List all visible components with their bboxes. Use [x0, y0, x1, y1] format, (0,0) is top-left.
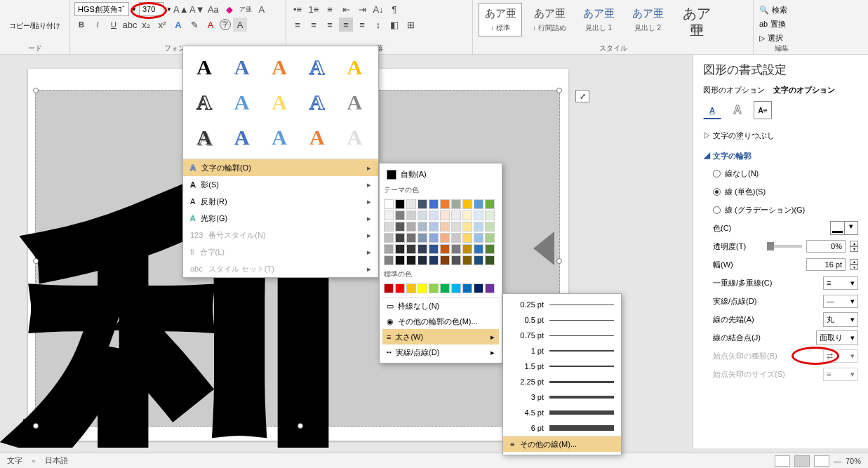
color-swatch[interactable]: [440, 233, 450, 243]
view-print-layout[interactable]: [794, 455, 810, 467]
distributed-icon[interactable]: ≡: [355, 18, 369, 32]
join-select[interactable]: 面取り▾: [816, 330, 858, 345]
font-name-combo[interactable]: [74, 2, 129, 16]
color-swatch[interactable]: [384, 244, 394, 254]
color-swatch[interactable]: [406, 255, 416, 265]
color-swatch[interactable]: [429, 255, 439, 265]
effect-preset[interactable]: A: [302, 122, 333, 153]
char-shading-icon[interactable]: A: [233, 18, 247, 32]
show-marks-icon[interactable]: ¶: [387, 2, 401, 16]
no-outline-item[interactable]: ▭枠線なし(N): [382, 298, 499, 314]
effect-preset[interactable]: A: [227, 122, 258, 153]
view-web-layout[interactable]: [814, 455, 829, 467]
color-swatch[interactable]: [406, 244, 416, 254]
color-swatch[interactable]: [418, 255, 427, 265]
find-button[interactable]: 🔍検索: [759, 3, 804, 17]
reflection-item[interactable]: A反射(R)▸: [183, 193, 378, 210]
color-swatch[interactable]: [395, 210, 405, 220]
style-nospacing[interactable]: あア亜↓ 行間詰め: [528, 3, 571, 36]
outline-color-button[interactable]: ▾: [830, 221, 858, 235]
color-swatch[interactable]: [462, 210, 472, 220]
weight-option[interactable]: 1 pt: [503, 343, 621, 359]
weight-option[interactable]: 0.5 pt: [503, 312, 621, 328]
gradient-line-radio[interactable]: 線 (グラデーション)(G): [703, 201, 858, 219]
effect-preset[interactable]: A: [302, 87, 333, 118]
style-normal[interactable]: あア亜↓ 標準: [479, 3, 522, 36]
auto-color-item[interactable]: 自動(A): [382, 166, 499, 182]
color-swatch[interactable]: [429, 222, 439, 232]
font-size-combo[interactable]: [139, 2, 164, 16]
text-outline-item[interactable]: A文字の輪郭(O)▸: [183, 159, 378, 176]
style-heading2[interactable]: あア亜見出し 2: [626, 3, 669, 36]
color-swatch[interactable]: [474, 210, 483, 220]
color-swatch[interactable]: [474, 222, 483, 232]
color-swatch[interactable]: [395, 233, 405, 243]
color-swatch[interactable]: [451, 233, 461, 243]
effect-preset[interactable]: A: [339, 122, 370, 153]
align-left-icon[interactable]: ≡: [291, 18, 305, 32]
color-swatch[interactable]: [485, 255, 495, 265]
clear-format-icon[interactable]: ◆: [222, 2, 236, 16]
strike-icon[interactable]: abc: [123, 18, 137, 32]
subscript-icon[interactable]: x₂: [139, 18, 153, 32]
justify-icon[interactable]: ≡: [339, 18, 353, 32]
style-title[interactable]: あア亜表題: [675, 3, 719, 36]
text-effects-tab-icon[interactable]: A: [728, 101, 747, 119]
weight-option[interactable]: 2.25 pt: [503, 374, 621, 389]
more-colors-item[interactable]: ◉その他の輪郭の色(M)...: [382, 314, 499, 329]
transparency-slider[interactable]: [767, 245, 802, 248]
style-heading1[interactable]: あア亜見出し 1: [577, 3, 620, 36]
shape-options-tab[interactable]: 図形のオプション: [703, 85, 765, 95]
color-swatch[interactable]: [440, 210, 450, 220]
color-swatch[interactable]: [440, 244, 450, 254]
width-input[interactable]: [806, 258, 846, 271]
sort-icon[interactable]: A↓: [371, 2, 385, 16]
color-swatch[interactable]: [485, 233, 495, 243]
effect-preset[interactable]: A: [302, 52, 333, 83]
color-swatch[interactable]: [429, 244, 439, 254]
color-swatch[interactable]: [440, 255, 450, 265]
text-options-tab[interactable]: 文字のオプション: [773, 85, 835, 95]
transparency-input[interactable]: [806, 240, 846, 253]
color-swatch[interactable]: [451, 283, 461, 293]
color-swatch[interactable]: [451, 244, 461, 254]
superscript-icon[interactable]: x²: [155, 18, 169, 32]
dash-item[interactable]: ┅実線/点線(D)▸: [382, 345, 499, 360]
effect-preset[interactable]: A: [189, 52, 220, 83]
view-read-mode[interactable]: [775, 455, 790, 467]
underline-icon[interactable]: U: [107, 18, 121, 32]
weight-option[interactable]: 0.75 pt: [503, 328, 621, 343]
color-swatch[interactable]: [395, 222, 405, 232]
color-swatch[interactable]: [384, 210, 394, 220]
weight-option[interactable]: 3 pt: [503, 389, 621, 405]
color-swatch[interactable]: [462, 283, 472, 293]
color-swatch[interactable]: [418, 283, 427, 293]
italic-icon[interactable]: I: [91, 18, 105, 32]
compound-select[interactable]: ≡▾: [823, 276, 858, 290]
color-swatch[interactable]: [406, 233, 416, 243]
color-swatch[interactable]: [474, 255, 483, 265]
effect-preset[interactable]: A: [227, 87, 258, 118]
weight-option[interactable]: 6 pt: [503, 420, 621, 436]
phonetic-icon[interactable]: ア亜: [239, 2, 253, 16]
color-swatch[interactable]: [384, 233, 394, 243]
font-color-icon[interactable]: A: [203, 18, 218, 32]
textbox-tab-icon[interactable]: A≡: [754, 101, 772, 119]
color-swatch[interactable]: [406, 222, 416, 232]
color-swatch[interactable]: [485, 222, 495, 232]
cap-select[interactable]: 丸▾: [823, 312, 858, 327]
weight-option[interactable]: 0.25 pt: [503, 297, 621, 312]
color-swatch[interactable]: [474, 199, 483, 209]
shading-icon[interactable]: ◧: [387, 18, 401, 32]
borders-icon[interactable]: ⊞: [403, 18, 418, 32]
bold-icon[interactable]: B: [74, 18, 88, 32]
color-swatch[interactable]: [474, 283, 483, 293]
color-swatch[interactable]: [451, 255, 461, 265]
select-button[interactable]: ▷選択: [759, 31, 804, 45]
text-effects-icon[interactable]: A: [171, 18, 185, 32]
color-swatch[interactable]: [485, 283, 495, 293]
highlight-icon[interactable]: ✎: [187, 18, 201, 32]
color-swatch[interactable]: [485, 199, 495, 209]
color-swatch[interactable]: [384, 199, 394, 209]
shadow-item[interactable]: A影(S)▸: [183, 176, 378, 193]
